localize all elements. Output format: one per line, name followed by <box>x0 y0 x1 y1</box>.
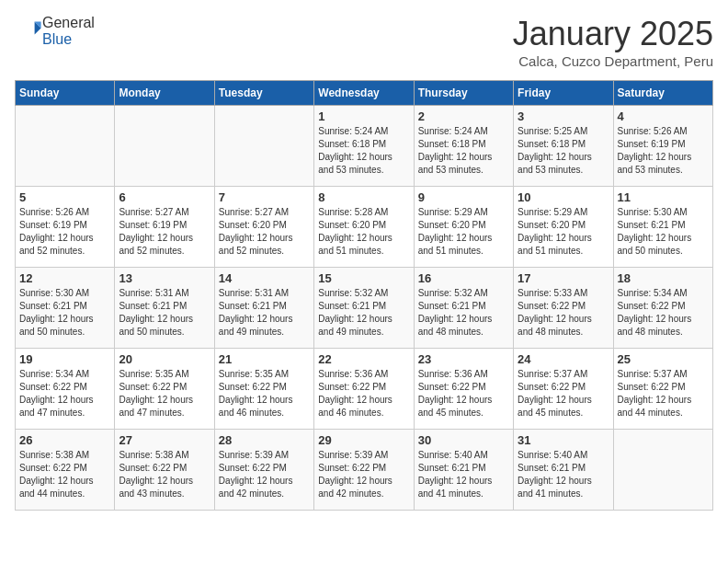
cell-info-text: and 46 minutes. <box>318 407 409 419</box>
cell-info-text: and 48 minutes. <box>518 326 609 339</box>
cell-info-text: and 53 minutes. <box>318 164 409 177</box>
day-number: 6 <box>119 190 210 204</box>
cell-info-text: and 45 minutes. <box>518 407 609 419</box>
calendar-cell: 22Sunrise: 5:36 AMSunset: 6:22 PMDayligh… <box>314 349 414 430</box>
calendar-cell: 5Sunrise: 5:26 AMSunset: 6:19 PMDaylight… <box>16 187 115 268</box>
day-number: 30 <box>418 433 509 447</box>
cell-info-text: and 43 minutes. <box>119 488 210 500</box>
cell-info-text: Sunset: 6:20 PM <box>318 219 409 232</box>
cell-info-text: Sunrise: 5:27 AM <box>119 206 210 219</box>
cell-info-text: Sunset: 6:22 PM <box>318 381 409 394</box>
calendar-cell: 29Sunrise: 5:39 AMSunset: 6:22 PMDayligh… <box>314 430 414 511</box>
calendar-cell: 11Sunrise: 5:30 AMSunset: 6:21 PMDayligh… <box>613 187 712 268</box>
cell-info-text: Daylight: 12 hours <box>219 394 310 407</box>
cell-info-text: Sunset: 6:21 PM <box>418 462 509 475</box>
cell-info-text: Sunset: 6:21 PM <box>418 300 509 313</box>
day-number: 13 <box>119 271 210 285</box>
day-number: 26 <box>19 433 110 447</box>
cell-info-text: and 42 minutes. <box>318 488 409 500</box>
cell-info-text: Sunrise: 5:32 AM <box>318 287 409 300</box>
day-header-wednesday: Wednesday <box>314 81 414 106</box>
logo-general-text: General <box>42 15 95 30</box>
day-number: 8 <box>318 190 409 204</box>
calendar-cell: 30Sunrise: 5:40 AMSunset: 6:21 PMDayligh… <box>414 430 513 511</box>
day-number: 10 <box>518 190 609 204</box>
cell-info-text: Sunset: 6:22 PM <box>618 300 709 313</box>
cell-info-text: and 52 minutes. <box>219 245 310 258</box>
day-header-sunday: Sunday <box>16 81 115 106</box>
calendar-cell <box>214 106 313 187</box>
cell-info-text: and 49 minutes. <box>219 326 310 339</box>
cell-info-text: and 49 minutes. <box>318 326 409 339</box>
cell-info-text: Sunrise: 5:37 AM <box>518 368 609 381</box>
cell-info-text: Sunrise: 5:29 AM <box>518 206 609 219</box>
calendar-cell: 7Sunrise: 5:27 AMSunset: 6:20 PMDaylight… <box>214 187 313 268</box>
cell-info-text: and 52 minutes. <box>19 245 110 258</box>
day-number: 5 <box>19 190 110 204</box>
day-header-monday: Monday <box>115 81 214 106</box>
calendar-cell: 8Sunrise: 5:28 AMSunset: 6:20 PMDaylight… <box>314 187 414 268</box>
calendar-cell: 17Sunrise: 5:33 AMSunset: 6:22 PMDayligh… <box>514 268 613 349</box>
cell-info-text: and 47 minutes. <box>19 407 110 419</box>
cell-info-text: Sunset: 6:22 PM <box>19 381 110 394</box>
cell-info-text: Sunset: 6:22 PM <box>19 462 110 475</box>
cell-info-text: Daylight: 12 hours <box>618 232 709 245</box>
calendar-cell: 6Sunrise: 5:27 AMSunset: 6:19 PMDaylight… <box>115 187 214 268</box>
calendar-cell: 2Sunrise: 5:24 AMSunset: 6:18 PMDaylight… <box>414 106 513 187</box>
calendar-cell: 19Sunrise: 5:34 AMSunset: 6:22 PMDayligh… <box>16 349 115 430</box>
cell-info-text: Daylight: 12 hours <box>318 232 409 245</box>
day-number: 12 <box>19 271 110 285</box>
cell-info-text: Sunrise: 5:40 AM <box>418 449 509 462</box>
cell-info-text: and 42 minutes. <box>219 488 310 500</box>
cell-info-text: and 48 minutes. <box>618 326 709 339</box>
calendar-cell: 28Sunrise: 5:39 AMSunset: 6:22 PMDayligh… <box>214 430 313 511</box>
calendar-table: SundayMondayTuesdayWednesdayThursdayFrid… <box>15 80 713 511</box>
calendar-cell: 3Sunrise: 5:25 AMSunset: 6:18 PMDaylight… <box>514 106 613 187</box>
day-number: 27 <box>119 433 210 447</box>
day-number: 29 <box>318 433 409 447</box>
day-number: 22 <box>318 352 409 366</box>
cell-info-text: Sunrise: 5:36 AM <box>318 368 409 381</box>
cell-info-text: Daylight: 12 hours <box>518 232 609 245</box>
cell-info-text: Sunset: 6:18 PM <box>418 138 509 151</box>
cell-info-text: and 41 minutes. <box>518 488 609 500</box>
cell-info-text: Sunrise: 5:33 AM <box>518 287 609 300</box>
day-number: 1 <box>318 109 409 123</box>
calendar-cell <box>16 106 115 187</box>
calendar-cell: 16Sunrise: 5:32 AMSunset: 6:21 PMDayligh… <box>414 268 513 349</box>
cell-info-text: Sunrise: 5:24 AM <box>318 125 409 138</box>
calendar-cell: 20Sunrise: 5:35 AMSunset: 6:22 PMDayligh… <box>115 349 214 430</box>
cell-info-text: Daylight: 12 hours <box>119 394 210 407</box>
cell-info-text: Sunset: 6:18 PM <box>318 138 409 151</box>
cell-info-text: Sunrise: 5:27 AM <box>219 206 310 219</box>
day-number: 7 <box>219 190 310 204</box>
calendar-cell: 23Sunrise: 5:36 AMSunset: 6:22 PMDayligh… <box>414 349 513 430</box>
calendar-cell <box>115 106 214 187</box>
day-number: 20 <box>119 352 210 366</box>
week-row-5: 26Sunrise: 5:38 AMSunset: 6:22 PMDayligh… <box>16 430 713 511</box>
cell-info-text: Sunset: 6:22 PM <box>219 381 310 394</box>
cell-info-text: Sunset: 6:22 PM <box>119 462 210 475</box>
calendar-cell: 18Sunrise: 5:34 AMSunset: 6:22 PMDayligh… <box>613 268 712 349</box>
logo-blue-text: Blue <box>42 31 72 47</box>
cell-info-text: Sunrise: 5:34 AM <box>618 287 709 300</box>
cell-info-text: Sunset: 6:18 PM <box>518 138 609 151</box>
cell-info-text: Sunset: 6:19 PM <box>19 219 110 232</box>
cell-info-text: Daylight: 12 hours <box>518 475 609 488</box>
day-number: 11 <box>618 190 709 204</box>
cell-info-text: Daylight: 12 hours <box>19 475 110 488</box>
cell-info-text: Daylight: 12 hours <box>518 151 609 164</box>
cell-info-text: Sunset: 6:22 PM <box>219 462 310 475</box>
cell-info-text: Sunrise: 5:36 AM <box>418 368 509 381</box>
calendar-cell: 31Sunrise: 5:40 AMSunset: 6:21 PMDayligh… <box>514 430 613 511</box>
cell-info-text: Sunset: 6:21 PM <box>119 300 210 313</box>
cell-info-text: Sunrise: 5:28 AM <box>318 206 409 219</box>
day-number: 21 <box>219 352 310 366</box>
cell-info-text: Daylight: 12 hours <box>418 151 509 164</box>
cell-info-text: Sunrise: 5:26 AM <box>618 125 709 138</box>
cell-info-text: Sunset: 6:20 PM <box>518 219 609 232</box>
cell-info-text: Daylight: 12 hours <box>19 313 110 326</box>
cell-info-text: Sunset: 6:20 PM <box>418 219 509 232</box>
cell-info-text: Daylight: 12 hours <box>318 313 409 326</box>
week-row-3: 12Sunrise: 5:30 AMSunset: 6:21 PMDayligh… <box>16 268 713 349</box>
